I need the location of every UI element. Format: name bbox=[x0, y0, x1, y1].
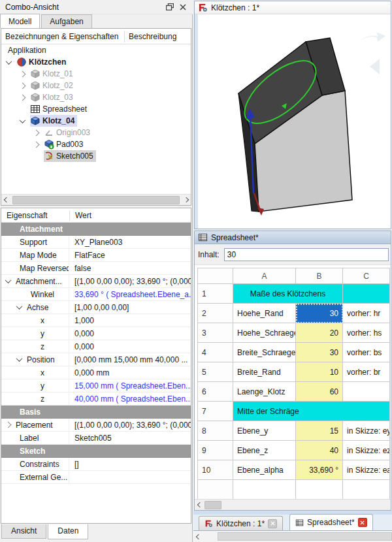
expand-icon[interactable] bbox=[5, 277, 12, 283]
row-header[interactable]: 10 bbox=[198, 460, 233, 480]
cell-b4[interactable]: 30 bbox=[296, 343, 343, 362]
property-row-position-z[interactable]: z 40,000 mm ( Spreadsheet.Eben... bbox=[1, 392, 191, 406]
close-tab-button[interactable] bbox=[268, 519, 277, 528]
cell-c8[interactable]: in Skizze: ey bbox=[343, 421, 390, 441]
row-header[interactable]: 4 bbox=[198, 343, 233, 362]
row-header[interactable]: 2 bbox=[198, 304, 233, 323]
row-header[interactable]: 6 bbox=[198, 382, 233, 402]
tab-modell[interactable]: Modell bbox=[0, 14, 40, 28]
expand-icon[interactable] bbox=[20, 94, 26, 101]
property-row-map-mode[interactable]: Map Mode FlatFace bbox=[1, 249, 191, 262]
cell-c5[interactable]: vorher: br bbox=[343, 362, 390, 382]
spreadsheet-horizontal-scrollbar[interactable] bbox=[195, 499, 391, 510]
expand-icon[interactable] bbox=[33, 129, 40, 136]
cell-b6[interactable]: 60 bbox=[296, 382, 343, 402]
corner-cell[interactable] bbox=[198, 268, 233, 284]
tab-daten[interactable]: Daten bbox=[48, 524, 88, 539]
3d-view-titlebar[interactable]: Klötzchen : 1* bbox=[195, 1, 391, 14]
tab-aufgaben[interactable]: Aufgaben bbox=[41, 14, 91, 28]
cell-a6[interactable]: Laenge_Klotz bbox=[233, 382, 296, 402]
cell-b8[interactable]: 15 bbox=[296, 421, 343, 441]
expand-icon[interactable] bbox=[16, 355, 23, 362]
expand-icon[interactable] bbox=[20, 117, 26, 123]
scroll-left-icon[interactable] bbox=[193, 531, 203, 542]
expand-icon[interactable] bbox=[6, 58, 12, 65]
cell-b2-selected[interactable]: 30 bbox=[296, 304, 343, 323]
tree-item-kloetzchen[interactable]: Klötzchen bbox=[1, 56, 191, 68]
row-header[interactable]: 9 bbox=[198, 441, 233, 460]
cell-content-input[interactable] bbox=[224, 248, 389, 261]
tree-item-pad003[interactable]: Pad003 bbox=[1, 138, 191, 150]
cell-a1-title[interactable]: Maße des Klötzchens bbox=[233, 284, 343, 304]
property-row-achse-y[interactable]: y 0,000 bbox=[1, 327, 191, 340]
row-header[interactable]: 1 bbox=[198, 284, 233, 304]
tree-item-origin003[interactable]: Origin003 bbox=[1, 127, 191, 138]
cell-a9[interactable]: Ebene_z bbox=[233, 441, 296, 460]
tab-kloetzchen-3d[interactable]: Klötzchen : 1* bbox=[199, 516, 283, 530]
tree-item-klotz-03[interactable]: Klotz_03 bbox=[1, 91, 191, 103]
expand-icon[interactable] bbox=[16, 303, 23, 310]
tree-item-klotz-02[interactable]: Klotz_02 bbox=[1, 80, 191, 91]
row-header[interactable]: 7 bbox=[198, 402, 233, 421]
expand-icon[interactable] bbox=[5, 422, 12, 428]
property-row-position[interactable]: Position [0,000 mm 15,000 mm 40,000 ... bbox=[1, 353, 191, 366]
cell-c2[interactable]: vorher: hr bbox=[343, 304, 390, 323]
property-row-map-reversed[interactable]: Map Reversed false bbox=[1, 262, 191, 275]
tree-horizontal-scrollbar[interactable] bbox=[1, 194, 191, 205]
3d-viewport[interactable] bbox=[195, 14, 391, 229]
property-row-winkel[interactable]: Winkel 33,690 ° ( Spreadsheet.Ebene_a... bbox=[1, 288, 191, 301]
cell-a8[interactable]: Ebene_y bbox=[233, 421, 296, 441]
column-header-c[interactable]: C bbox=[343, 268, 390, 284]
property-row-support[interactable]: Support XY_Plane003 bbox=[1, 236, 191, 249]
scrollbar-thumb[interactable] bbox=[218, 532, 392, 541]
float-panel-button[interactable] bbox=[164, 2, 176, 12]
cell-c9[interactable]: in Skizze: ez bbox=[343, 441, 390, 460]
property-row-achse[interactable]: Achse [1,00 0,00 0,00] bbox=[1, 301, 191, 314]
cell-a7-title[interactable]: Mitte der Schräge bbox=[233, 402, 390, 421]
cell-c4[interactable]: vorher: bs bbox=[343, 343, 390, 362]
property-row-constraints[interactable]: Constraints [] bbox=[1, 458, 191, 471]
tabbar-scroll-strip[interactable] bbox=[193, 531, 392, 542]
row-header[interactable]: 8 bbox=[198, 421, 233, 441]
row-header[interactable]: 3 bbox=[198, 323, 233, 343]
scroll-right-icon[interactable] bbox=[181, 195, 191, 206]
cell-c10[interactable]: in Skizze: ea bbox=[343, 460, 390, 480]
tree-item-klotz-04[interactable]: Klotz_04 bbox=[1, 115, 191, 127]
expand-icon[interactable] bbox=[20, 82, 26, 89]
cell-b9[interactable]: 40 bbox=[296, 441, 343, 460]
cell-a10[interactable]: Ebene_alpha bbox=[233, 460, 296, 480]
property-row-position-x[interactable]: x 0,000 mm bbox=[1, 366, 191, 379]
cell-b10[interactable]: 33,690 ° bbox=[296, 460, 343, 480]
property-row-position-y[interactable]: y 15,000 mm ( Spreadsheet.Eben... bbox=[1, 379, 191, 392]
property-row-attachment-offset[interactable]: Attachment... [(1,00 0,00 0,00); 33,690 … bbox=[1, 275, 191, 288]
tree-item-spreadsheet[interactable]: Spreadsheet bbox=[1, 103, 191, 115]
tree-item-klotz-01[interactable]: Klotz_01 bbox=[1, 68, 191, 80]
spreadsheet-titlebar[interactable]: Spreadsheet* bbox=[195, 231, 391, 244]
scrollbar-thumb[interactable] bbox=[12, 196, 180, 204]
cell-a5[interactable]: Breite_Rand bbox=[233, 362, 296, 382]
property-row-external-geometry[interactable]: External Ge... bbox=[1, 471, 191, 484]
property-row-placement[interactable]: Placement [(1,00 0,00 0,00); 33,690 °; (… bbox=[1, 419, 191, 432]
cell-c1[interactable] bbox=[343, 284, 390, 304]
cell-a3[interactable]: Hoehe_Schraege bbox=[233, 323, 296, 343]
property-row-achse-z[interactable]: z 0,000 bbox=[1, 340, 191, 353]
cell-c3[interactable]: vorher: hs bbox=[343, 323, 390, 343]
column-header-b[interactable]: B bbox=[296, 268, 343, 284]
cell-b3[interactable]: 20 bbox=[296, 323, 343, 343]
tab-spreadsheet[interactable]: Spreadsheet* bbox=[289, 514, 373, 530]
close-tab-button[interactable] bbox=[358, 518, 367, 527]
cell-a4[interactable]: Breite_Schraege bbox=[233, 343, 296, 362]
cell-c6[interactable] bbox=[343, 382, 390, 402]
scrollbar-thumb[interactable] bbox=[204, 501, 221, 509]
column-header-a[interactable]: A bbox=[233, 268, 296, 284]
tree-item-sketch005[interactable]: Sketch005 bbox=[1, 150, 191, 162]
expand-icon[interactable] bbox=[20, 71, 26, 77]
scroll-left-icon[interactable] bbox=[1, 195, 11, 206]
scroll-left-icon[interactable] bbox=[195, 500, 204, 511]
tree-item-applikation[interactable]: Applikation bbox=[1, 44, 191, 56]
property-row-label[interactable]: Label Sketch005 bbox=[1, 432, 191, 445]
cell-a2[interactable]: Hoehe_Rand bbox=[233, 304, 296, 323]
cell-b5[interactable]: 10 bbox=[296, 362, 343, 382]
property-row-achse-x[interactable]: x 1,000 bbox=[1, 314, 191, 327]
expand-icon[interactable] bbox=[33, 141, 40, 148]
